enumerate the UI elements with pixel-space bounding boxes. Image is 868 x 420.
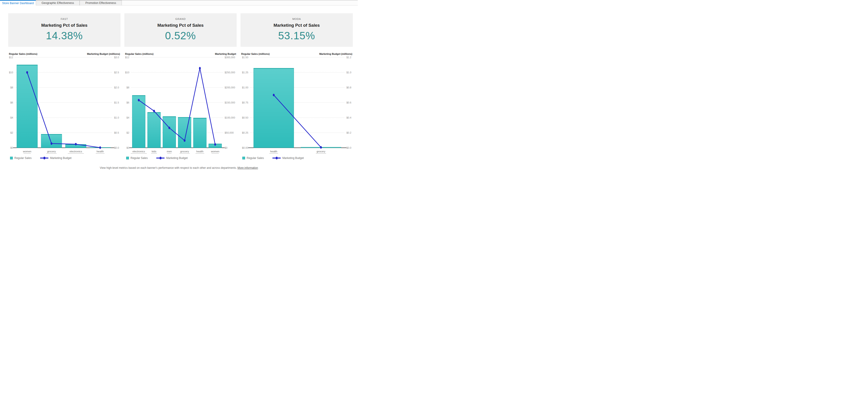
right-axis-title: Marketing Budget: [215, 53, 236, 56]
kpi-value: 0.52%: [124, 29, 237, 42]
svg-text:$1.2: $1.2: [346, 56, 351, 59]
svg-text:$0: $0: [126, 146, 129, 149]
svg-text:electronics: electronics: [132, 150, 145, 153]
chart-legend: Regular Sales Marketing Budget: [241, 156, 353, 160]
svg-text:$1.25: $1.25: [242, 71, 248, 74]
bar-swatch-icon: [242, 157, 245, 160]
svg-text:$1.0: $1.0: [346, 71, 351, 74]
svg-text:$0.5: $0.5: [114, 131, 119, 134]
left-axis-title: Regular Sales (millions): [241, 53, 270, 56]
legend-item-regular-sales[interactable]: Regular Sales: [242, 157, 264, 160]
legend-item-regular-sales[interactable]: Regular Sales: [126, 157, 148, 160]
svg-text:electronics: electronics: [70, 150, 82, 153]
svg-text:$8: $8: [10, 86, 13, 89]
svg-text:$200,000: $200,000: [224, 86, 235, 89]
svg-text:health: health: [196, 150, 203, 153]
footer-note: View high-level metrics based on each ba…: [0, 166, 358, 169]
tab-bar-filler: [122, 0, 358, 5]
legend-label: Marketing Budget: [166, 157, 188, 160]
svg-text:$10: $10: [9, 71, 13, 74]
svg-text:health: health: [96, 150, 103, 153]
svg-text:grocery: grocery: [316, 150, 326, 153]
kpi-card: FAST Marketing Pct of Sales 14.38%: [8, 13, 121, 47]
banner-panel-moda: MODA Marketing Pct of Sales 53.15% Regul…: [241, 13, 353, 160]
svg-text:$0.6: $0.6: [346, 101, 351, 104]
kpi-card: GRAND Marketing Pct of Sales 0.52%: [124, 13, 237, 47]
combo-chart[interactable]: $12$300,000$10$250,000$8$200,000$6$150,0…: [124, 56, 237, 155]
svg-text:$4: $4: [10, 116, 13, 119]
svg-text:$6: $6: [10, 101, 13, 104]
banner-panel-grand: GRAND Marketing Pct of Sales 0.52% Regul…: [124, 13, 237, 160]
svg-text:men: men: [167, 150, 172, 153]
banner-name: MODA: [241, 18, 353, 20]
chart-legend: Regular Sales Marketing Budget: [8, 156, 121, 160]
svg-text:$0: $0: [224, 146, 227, 149]
tab-geographic-effectiveness[interactable]: Geographic Effectiveness: [36, 0, 80, 5]
svg-text:kids: kids: [152, 150, 157, 153]
svg-text:$0.0: $0.0: [346, 146, 351, 149]
svg-text:women: women: [211, 150, 219, 153]
banner-name: GRAND: [124, 18, 237, 20]
svg-text:$0.8: $0.8: [346, 86, 351, 89]
dashboard-body: FAST Marketing Pct of Sales 14.38% Regul…: [8, 13, 353, 160]
legend-item-marketing-budget[interactable]: Marketing Budget: [273, 157, 304, 160]
svg-text:grocery: grocery: [47, 150, 56, 153]
kpi-title: Marketing Pct of Sales: [241, 23, 353, 28]
tab-promotion-effectiveness[interactable]: Promotion Effectiveness: [80, 0, 122, 5]
right-axis-title: Marketing Budget (millions): [87, 53, 120, 56]
combo-chart[interactable]: $12$3.0$10$2.5$8$2.0$6$1.5$4$1.0$2$0.5$0…: [8, 56, 121, 155]
kpi-card: MODA Marketing Pct of Sales 53.15%: [241, 13, 353, 47]
svg-text:$6: $6: [126, 101, 129, 104]
combo-chart[interactable]: $1.50$1.2$1.25$1.0$1.00$0.8$0.75$0.6$0.5…: [241, 56, 353, 155]
legend-label: Regular Sales: [247, 157, 264, 160]
right-axis-title: Marketing Budget (millions): [319, 53, 352, 56]
legend-label: Marketing Budget: [50, 157, 71, 160]
line-swatch-icon: [40, 158, 49, 159]
svg-text:$0.75: $0.75: [242, 101, 248, 104]
left-axis-title: Regular Sales (millions): [125, 53, 154, 56]
svg-text:$2.5: $2.5: [114, 71, 119, 74]
tab-bar: Store Banner Dashboard Geographic Effect…: [0, 0, 358, 5]
left-axis-title: Regular Sales (millions): [9, 53, 37, 56]
axis-title-row: Regular Sales (millions) Marketing Budge…: [241, 53, 353, 56]
svg-text:$250,000: $250,000: [224, 71, 235, 74]
svg-text:$12: $12: [125, 56, 129, 59]
svg-text:women: women: [23, 150, 31, 153]
svg-text:$0.50: $0.50: [242, 116, 248, 119]
svg-text:$150,000: $150,000: [224, 101, 235, 104]
svg-text:$1.50: $1.50: [242, 56, 248, 59]
svg-text:$300,000: $300,000: [224, 56, 235, 59]
svg-text:$0.00: $0.00: [242, 146, 248, 149]
axis-title-row: Regular Sales (millions) Marketing Budge…: [8, 53, 121, 56]
banner-name: FAST: [8, 18, 121, 20]
svg-text:$2.0: $2.0: [114, 86, 119, 89]
line-marker-icon: [159, 157, 161, 160]
svg-text:$0.2: $0.2: [346, 131, 351, 134]
bar-swatch-icon: [10, 157, 13, 160]
svg-text:$12: $12: [9, 56, 13, 59]
more-information-link[interactable]: More information: [238, 166, 258, 169]
line-marker-icon: [276, 157, 278, 160]
kpi-value: 14.38%: [8, 29, 121, 42]
svg-text:$1.0: $1.0: [114, 116, 119, 119]
chart-legend: Regular Sales Marketing Budget: [124, 156, 237, 160]
kpi-title: Marketing Pct of Sales: [124, 23, 237, 28]
svg-text:$4: $4: [126, 116, 129, 119]
legend-item-regular-sales[interactable]: Regular Sales: [10, 157, 31, 160]
svg-text:$100,000: $100,000: [224, 116, 235, 119]
bar-swatch-icon: [126, 157, 129, 160]
svg-text:$0.4: $0.4: [346, 116, 351, 119]
axis-title-row: Regular Sales (millions) Marketing Budge…: [124, 53, 237, 56]
svg-text:$0.0: $0.0: [114, 146, 119, 149]
tab-store-banner-dashboard[interactable]: Store Banner Dashboard: [0, 0, 36, 5]
svg-text:$8: $8: [126, 86, 129, 89]
line-marker-icon: [43, 157, 45, 160]
footer-text: View high-level metrics based on each ba…: [100, 166, 237, 169]
legend-item-marketing-budget[interactable]: Marketing Budget: [40, 157, 71, 160]
svg-text:$3.0: $3.0: [114, 56, 119, 59]
line-swatch-icon: [273, 158, 281, 159]
line-swatch-icon: [156, 158, 164, 159]
legend-item-marketing-budget[interactable]: Marketing Budget: [156, 157, 188, 160]
kpi-value: 53.15%: [241, 29, 353, 42]
svg-text:grocery: grocery: [180, 150, 189, 153]
